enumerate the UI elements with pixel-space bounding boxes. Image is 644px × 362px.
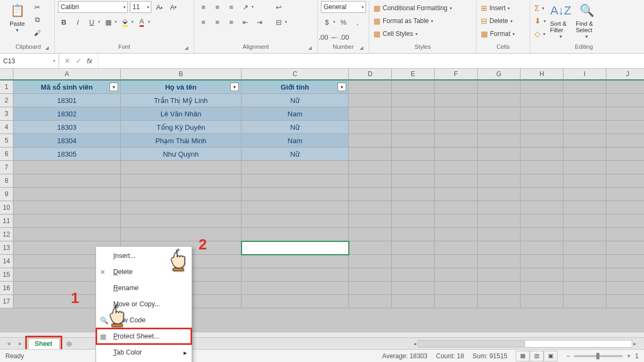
cell[interactable] [521,241,564,255]
format-as-table-button[interactable]: ▦Format as Table▾ [372,15,434,27]
format-button[interactable]: ▦Format▾ [480,28,516,40]
cell[interactable] [435,241,478,255]
cell[interactable] [349,147,392,161]
cell[interactable] [564,147,606,161]
cell[interactable] [521,174,564,188]
cell[interactable] [392,201,435,215]
cell[interactable] [478,241,521,255]
cell[interactable] [606,121,644,134]
cell[interactable] [478,268,521,282]
cell[interactable] [564,134,606,147]
formula-input[interactable] [98,54,644,68]
cell[interactable] [606,201,644,215]
align-right-button[interactable]: ≡ [225,16,237,28]
dialog-launcher-icon[interactable]: ◢ [43,45,50,51]
scroll-right-icon[interactable]: ► [632,342,638,346]
row-header[interactable]: 4 [0,121,13,134]
column-header[interactable]: C [241,69,349,80]
cell[interactable] [478,161,521,174]
cell[interactable] [478,121,521,134]
cell[interactable] [564,295,606,308]
cell[interactable] [564,80,606,94]
decrease-font-button[interactable]: A▾ [167,1,179,13]
border-button[interactable]: ▦▾ [103,16,117,28]
italic-button[interactable]: I [72,16,84,28]
row-header[interactable]: 1 [0,80,13,94]
cell[interactable] [478,147,521,161]
underline-button[interactable]: U▾ [86,16,100,28]
cell[interactable] [13,201,121,215]
cell[interactable] [435,255,478,268]
row-header[interactable]: 11 [0,215,13,228]
cell[interactable] [521,94,564,107]
horizontal-scrollbar[interactable]: ◄ ► [412,339,638,348]
cell[interactable] [521,215,564,228]
cell[interactable] [521,107,564,121]
cell[interactable] [564,188,606,201]
cell[interactable] [521,282,564,295]
cell[interactable] [435,201,478,215]
cell[interactable] [392,268,435,282]
cell[interactable] [392,282,435,295]
column-header[interactable]: I [564,69,606,80]
delete-button[interactable]: ⊟Delete▾ [480,15,514,27]
cell[interactable] [564,201,606,215]
cell[interactable] [521,80,564,94]
cell[interactable] [392,188,435,201]
cell[interactable] [564,121,606,134]
format-painter-button[interactable]: 🖌 [31,27,43,39]
decrease-indent-button[interactable]: ⇤ [239,16,251,28]
cell[interactable] [606,215,644,228]
font-name-select[interactable]: Calibri [58,1,128,13]
cell[interactable] [435,94,478,107]
dialog-launcher-icon[interactable]: ◢ [183,45,189,51]
autosum-button[interactable]: Σ▾ [533,2,547,14]
cell[interactable] [521,255,564,268]
cell[interactable] [478,295,521,308]
cell[interactable] [241,174,349,188]
cell[interactable] [121,228,241,241]
cell[interactable]: 18302 [13,107,121,121]
cell[interactable]: Nam [241,107,349,121]
cell[interactable] [478,201,521,215]
cell[interactable] [121,188,241,201]
cell[interactable] [349,121,392,134]
row-header[interactable]: 6 [0,147,13,161]
merge-button[interactable]: ⊟▾ [273,16,287,28]
cell[interactable] [349,134,392,147]
enter-formula-icon[interactable]: ✓ [76,57,82,65]
filter-button[interactable]: ▾ [338,83,346,91]
cell[interactable] [521,188,564,201]
row-header[interactable]: 9 [0,188,13,201]
cell[interactable] [349,201,392,215]
cell[interactable] [564,268,606,282]
cell[interactable] [606,188,644,201]
column-header[interactable]: B [121,69,241,80]
row-header[interactable]: 8 [0,174,13,188]
cell[interactable] [435,188,478,201]
fill-button[interactable]: ⬇▾ [533,15,547,27]
cell[interactable] [435,147,478,161]
filter-button[interactable]: ▾ [230,83,239,91]
dialog-launcher-icon[interactable]: ◢ [306,45,313,51]
cell[interactable] [349,161,392,174]
cell[interactable]: Nữ [241,94,349,107]
insert-button[interactable]: ⊞Insert▾ [480,2,511,14]
row-header[interactable]: 5 [0,134,13,147]
orientation-button[interactable]: ↗▾ [239,1,254,13]
cell[interactable] [478,188,521,201]
cell[interactable] [606,295,644,308]
cell[interactable]: Giới tính▾ [241,80,349,94]
cell[interactable] [478,228,521,241]
row-header[interactable]: 7 [0,161,13,174]
zoom-control[interactable]: − + 1 [566,352,639,360]
cell[interactable] [478,107,521,121]
scroll-left-icon[interactable]: ◄ [412,342,418,346]
cell[interactable] [241,228,349,241]
column-header[interactable]: J [606,69,644,80]
cell[interactable] [349,282,392,295]
decrease-decimal-button[interactable]: ←.00 [335,31,347,43]
clear-button[interactable]: ◇▾ [533,28,547,40]
wrap-text-button[interactable]: ↩ [273,1,287,13]
cell[interactable] [349,295,392,308]
